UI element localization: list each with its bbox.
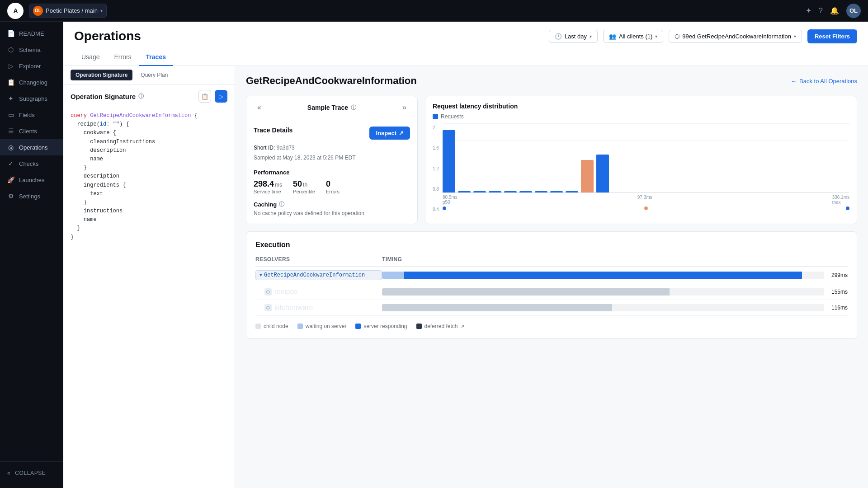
sidebar-item-launches[interactable]: 🚀 Launches bbox=[0, 172, 63, 188]
op-title-bar: GetRecipeAndCookwareInformation ← Back t… bbox=[246, 75, 857, 89]
sidebar-item-subgraphs[interactable]: ✦ Subgraphs bbox=[0, 90, 63, 107]
clients-filter-button[interactable]: 👥 All clients (1) bbox=[603, 30, 663, 43]
stars-icon[interactable]: ✦ bbox=[806, 6, 811, 15]
short-id-label: Short ID: bbox=[254, 145, 275, 151]
legend-deferred-fetch: deferred fetch ↗ bbox=[416, 323, 464, 329]
next-trace-button[interactable]: » bbox=[399, 102, 410, 113]
exec-row-kitchenware: ⬡ kitchenware 116ms bbox=[255, 300, 848, 316]
chart-bars-area: 80.5ms p50 97.3ms 336.1ms max bbox=[443, 123, 849, 212]
perf-metrics: 298.4 ms Service time 50 th bbox=[254, 179, 410, 194]
exec-resolver-recipes: ⬡ recipes bbox=[255, 288, 382, 296]
tab-errors[interactable]: Errors bbox=[107, 49, 138, 66]
x-label-p50-text: p50 bbox=[443, 200, 458, 205]
code-line-9: ingredients { bbox=[71, 181, 227, 190]
signature-tab-active[interactable]: Operation Signature bbox=[71, 70, 132, 80]
chart-with-y-axis: 2 1.6 1.2 0.8 0.4 bbox=[433, 123, 849, 212]
code-line-14: } bbox=[71, 224, 227, 233]
page-header-top: Operations 🕐 Last day 👥 All clients (1) … bbox=[74, 22, 857, 49]
sidebar-item-settings[interactable]: ⚙ Settings bbox=[0, 188, 63, 204]
dot-2 bbox=[846, 206, 849, 210]
server-responding-label: server responding bbox=[363, 323, 407, 329]
tab-usage[interactable]: Usage bbox=[74, 49, 107, 66]
code-line-4: cleaningInstructions bbox=[71, 138, 227, 146]
caching-label: Caching ⓘ bbox=[254, 201, 410, 208]
sample-trace-card: « Sample Trace ⓘ » Trace Details bbox=[246, 96, 418, 224]
collapse-button[interactable]: « COLLAPSE bbox=[0, 465, 63, 481]
x-label-97ms: 97.3ms bbox=[637, 195, 652, 205]
sidebar-item-clients[interactable]: ☰ Clients bbox=[0, 123, 63, 139]
op-filter-icon: ⬡ bbox=[675, 33, 679, 40]
deferred-fetch-label: deferred fetch bbox=[425, 323, 458, 329]
prev-trace-button[interactable]: « bbox=[254, 102, 265, 113]
caching-section: Caching ⓘ No cache policy was defined fo… bbox=[254, 201, 410, 216]
bell-icon[interactable]: 🔔 bbox=[830, 6, 839, 15]
user-avatar[interactable]: OL bbox=[846, 4, 861, 18]
code-line-13: name bbox=[71, 216, 227, 224]
performance-label: Performance bbox=[254, 169, 410, 176]
org-avatar: OL bbox=[33, 6, 43, 16]
grid-lines bbox=[443, 123, 849, 192]
code-line-10: text bbox=[71, 190, 227, 198]
caching-info-icon: ⓘ bbox=[279, 201, 284, 208]
sidebar-item-readme[interactable]: 📄 README bbox=[0, 25, 63, 42]
play-button[interactable]: ▷ bbox=[215, 90, 227, 103]
sidebar-item-changelog[interactable]: 📋 Changelog bbox=[0, 74, 63, 90]
timing-col-header: Timing bbox=[382, 256, 848, 263]
bar-8 bbox=[566, 191, 578, 192]
sample-trace-body: Trace Details Inspect ↗ Short ID: 9a3d73… bbox=[246, 119, 417, 224]
sample-trace-label: Sample Trace bbox=[307, 104, 348, 111]
info-icon: ⓘ bbox=[138, 93, 144, 100]
chart-dots bbox=[443, 205, 849, 212]
y-label-2: 2 bbox=[433, 125, 439, 130]
org-selector[interactable]: OL Poetic Plates / main ▾ bbox=[29, 4, 107, 18]
apollo-logo[interactable]: A bbox=[7, 3, 24, 19]
operation-filter-button[interactable]: ⬡ 99ed GetRecipeAndCookwareInformation bbox=[669, 30, 802, 43]
query-plan-tab[interactable]: Query Plan bbox=[136, 70, 172, 80]
sidebar-item-schema[interactable]: ⬡ Schema bbox=[0, 42, 63, 58]
x-label-max-ms: 336.1ms bbox=[832, 195, 849, 200]
code-line-5: description bbox=[71, 146, 227, 155]
x-label-p50-ms: 80.5ms bbox=[443, 195, 458, 200]
service-time-label: Service time bbox=[254, 189, 282, 194]
timing-value-recipes: 155ms bbox=[830, 289, 848, 295]
back-to-all-ops-link[interactable]: ← Back to All Operations bbox=[791, 78, 857, 84]
service-time-unit: ms bbox=[275, 182, 282, 188]
time-filter-button[interactable]: 🕐 Last day bbox=[549, 30, 598, 43]
operation-filter-label: 99ed GetRecipeAndCookwareInformation bbox=[682, 33, 791, 40]
legend-waiting-on-server: waiting on server bbox=[297, 323, 347, 329]
grid-line bbox=[443, 141, 849, 141]
copy-button[interactable]: 📋 bbox=[198, 90, 211, 103]
reset-filters-button[interactable]: Reset Filters bbox=[807, 29, 857, 43]
clients-filter-icon: 👥 bbox=[609, 33, 616, 40]
tab-traces[interactable]: Traces bbox=[139, 49, 173, 66]
page-header: Operations 🕐 Last day 👥 All clients (1) … bbox=[63, 22, 868, 66]
grid-line bbox=[443, 158, 849, 158]
sidebar: 📄 README ⬡ Schema ▷ Explorer 📋 Changelog… bbox=[0, 22, 63, 488]
legend-child-node: child node bbox=[255, 323, 288, 329]
sidebar-item-fields[interactable]: ▭ Fields bbox=[0, 107, 63, 123]
sidebar-label-settings: Settings bbox=[19, 193, 40, 200]
trace-details-label: Trace Details bbox=[254, 127, 292, 134]
inspect-button[interactable]: Inspect ↗ bbox=[369, 127, 410, 140]
sidebar-item-explorer[interactable]: ▷ Explorer bbox=[0, 58, 63, 74]
bar-2 bbox=[473, 191, 486, 192]
sample-trace-header: « Sample Trace ⓘ » bbox=[246, 96, 417, 119]
sig-header: Operation Signature ⓘ 📋 ▷ bbox=[63, 84, 235, 104]
main-op-badge: ▼ GetRecipeAndCookwareInformation bbox=[255, 270, 382, 280]
latency-header: Request latency distribution Requests bbox=[425, 96, 857, 120]
back-arrow-icon: ← bbox=[791, 78, 797, 84]
explorer-icon: ▷ bbox=[7, 62, 14, 70]
bar-3 bbox=[489, 191, 501, 192]
exec-resolver-kitchenware: ⬡ kitchenware bbox=[255, 304, 382, 312]
help-icon[interactable]: ? bbox=[819, 7, 823, 15]
fields-icon: ▭ bbox=[7, 111, 14, 118]
exec-resolver-main: ▼ GetRecipeAndCookwareInformation bbox=[255, 270, 382, 280]
sidebar-label-subgraphs: Subgraphs bbox=[19, 95, 47, 102]
bar-7 bbox=[550, 191, 563, 192]
sidebar-item-operations[interactable]: ◎ Operations bbox=[0, 139, 63, 155]
main-content: Operation Signature Query Plan Operation… bbox=[63, 66, 868, 488]
legend-server-responding: server responding bbox=[355, 323, 407, 329]
requests-legend-label: Requests bbox=[441, 113, 464, 120]
sampled-date: May 18, 2023 at 5:26 PM EDT bbox=[283, 155, 355, 161]
sidebar-item-checks[interactable]: ✓ Checks bbox=[0, 155, 63, 172]
